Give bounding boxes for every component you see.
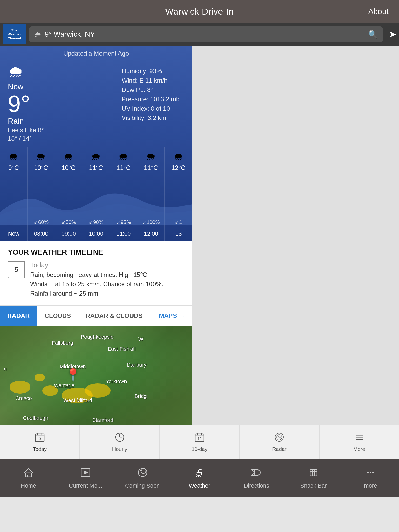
hour-weather-icon: 🌧 (118, 151, 128, 162)
weather-condition: Rain (8, 117, 44, 125)
bottom-tab-today[interactable]: 5Today (0, 425, 80, 459)
updated-label: Updated a Moment Ago (0, 46, 192, 60)
radar-map[interactable]: FallsburgPoughkeepsicEast FishkillWMiddl… (0, 326, 192, 425)
hour-weather-icon: 🌧 (91, 151, 101, 162)
map-city-label: Coolbaugh (23, 415, 48, 421)
venue-tab-bar: HomeCurrent Mo...Coming SoonWeatherDirec… (0, 459, 399, 497)
bottom-tab-icon: 5 (35, 432, 45, 445)
venue-tab-label: Coming Soon (125, 482, 160, 489)
hour-temp: 11°C (116, 164, 130, 171)
venue-tab-home[interactable]: Home (0, 459, 57, 497)
map-city-label: Wantage (54, 383, 74, 389)
venue-tab-label: more (364, 482, 377, 489)
current-temperature: 9° (8, 92, 44, 116)
venue-tab-icon (365, 467, 376, 480)
search-input-container[interactable]: 🌧 9° Warwick, NY 🔍 (29, 26, 383, 42)
svg-point-37 (367, 472, 369, 473)
bottom-tab-label: Hourly (112, 446, 127, 452)
venue-tab-icon (137, 467, 148, 480)
radar-tab-clouds[interactable]: CLOUDS (37, 306, 78, 326)
bottom-tab-hourly[interactable]: Hourly (80, 425, 159, 459)
logo-line1: The (11, 28, 17, 32)
hour-time-label: 12:00 (137, 230, 165, 237)
maps-link[interactable]: MAPS → (152, 312, 192, 320)
map-city-label: Poughkeepsic (81, 334, 114, 340)
map-location-pin: 📍 (65, 368, 81, 382)
bottom-tab-label: More (353, 446, 365, 452)
timeline-description: Rain, becoming heavy at times. High 15ºC… (30, 270, 163, 298)
svg-line-29 (198, 476, 199, 477)
svg-line-28 (196, 476, 197, 477)
search-bar-row: The Weather Channel 🌧 9° Warwick, NY 🔍 ➤ (0, 23, 399, 46)
hour-precip: ↙60% (28, 219, 55, 225)
hi-lo: 15° / 14° (8, 135, 44, 142)
hour-temp: 10°C (34, 164, 48, 171)
radar-tab-radar[interactable]: RADAR (0, 306, 37, 326)
svg-point-27 (196, 472, 202, 475)
weather-card: Updated a Moment Ago 🌧 Now 9° Rain Feels… (0, 46, 192, 241)
about-button[interactable]: About (368, 7, 389, 16)
venue-tab-snack-bar[interactable]: Snack Bar (285, 459, 342, 497)
dew-point: Dew Pt.: 8° (122, 86, 184, 94)
map-city-label: W (138, 336, 143, 342)
wind: Wind: E 11 km/h (122, 77, 184, 84)
map-city-label: Bridg (135, 393, 147, 399)
bottom-tab-more[interactable]: More (320, 425, 399, 459)
hour-time-label: 08:00 (28, 230, 55, 237)
uv-index: UV Index: 0 of 10 (122, 105, 184, 112)
hour-weather-icon: 🌧 (146, 151, 156, 162)
map-city-label: Fallsburg (52, 340, 73, 346)
hour-weather-icon: 🌧 (36, 151, 46, 162)
timeline-date-box: 5 (8, 261, 25, 278)
timeline-section: YOUR WEATHER TIMELINE 5 Today Rain, beco… (0, 241, 192, 305)
location-icon[interactable]: ➤ (389, 29, 396, 40)
svg-point-39 (372, 472, 374, 473)
hour-time-label: Now (0, 230, 28, 237)
bottom-tab-icon (274, 432, 284, 445)
search-icon[interactable]: 🔍 (368, 30, 378, 39)
svg-line-30 (200, 476, 201, 477)
logo-line2: Weather (8, 32, 21, 36)
map-city-label: West Milford (63, 397, 92, 403)
venue-tab-more[interactable]: more (342, 459, 399, 497)
logo-line3: Channel (8, 36, 21, 41)
bottom-tab-bar: 5TodayHourly1010-dayRadarMore (0, 425, 399, 459)
now-label: Now (8, 82, 44, 91)
weather-icon-large: 🌧 (8, 62, 44, 80)
venue-tab-label: Snack Bar (300, 482, 327, 489)
hour-precip: ↙95% (110, 219, 137, 225)
hourly-chart[interactable]: 🌧9°C🌧10°C🌧10°C🌧11°C🌧11°C🌧11°C🌧12°C Now08… (0, 147, 192, 241)
hour-time-label: 11:00 (110, 230, 137, 237)
hour-time-label: 13 (165, 230, 192, 237)
venue-tab-icon (194, 467, 205, 480)
venue-tab-coming-soon[interactable]: Coming Soon (114, 459, 171, 497)
map-city-label: East Fishkill (108, 346, 135, 352)
weather-channel-logo[interactable]: The Weather Channel (3, 24, 26, 44)
hour-weather-icon: 🌧 (64, 151, 74, 162)
venue-tab-icon (308, 467, 319, 480)
bottom-tab-radar[interactable]: Radar (240, 425, 319, 459)
svg-point-25 (140, 470, 142, 471)
visibility: Visibility: 3.2 km (122, 114, 184, 122)
radar-tab-radar-&-clouds[interactable]: RADAR & CLOUDS (78, 306, 150, 326)
hour-precip: ↙90% (82, 219, 110, 225)
search-input[interactable]: 9° Warwick, NY (45, 30, 364, 38)
venue-tab-weather[interactable]: Weather (171, 459, 228, 497)
bottom-tab-10-day[interactable]: 1010-day (160, 425, 240, 459)
map-city-label: Yorktown (106, 378, 127, 384)
hour-precip: ↙1 (165, 219, 192, 225)
pressure: Pressure: 1013.2 mb ↓ (122, 96, 184, 103)
svg-marker-31 (252, 470, 261, 475)
svg-rect-33 (310, 470, 317, 476)
bottom-tab-icon: 10 (194, 432, 205, 445)
hour-precip: ↙100% (137, 219, 165, 225)
bottom-tab-icon (115, 432, 125, 445)
bottom-tab-label: 10-day (191, 446, 207, 452)
radar-tabs-row: RADARCLOUDSRADAR & CLOUDS MAPS → (0, 305, 192, 326)
hour-time-label: 09:00 (55, 230, 82, 237)
venue-tab-label: Home (21, 482, 36, 489)
venue-tab-current-mo[interactable]: Current Mo... (57, 459, 114, 497)
svg-text:10: 10 (198, 437, 201, 441)
hour-temp: 10°C (62, 164, 76, 171)
venue-tab-directions[interactable]: Directions (228, 459, 285, 497)
